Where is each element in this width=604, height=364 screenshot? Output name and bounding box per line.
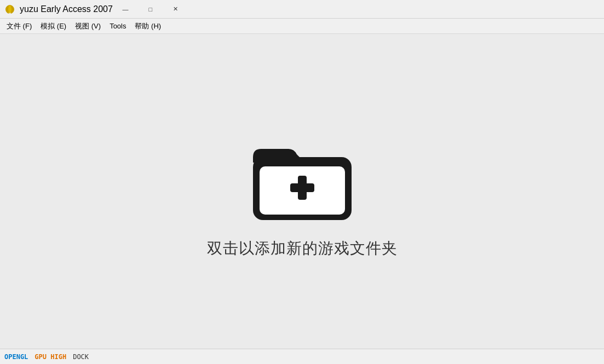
window-title: yuzu Early Access 2007	[20, 4, 113, 14]
menu-file[interactable]: 文件 (F)	[2, 20, 36, 33]
window-controls: — □ ✕	[113, 0, 188, 19]
menu-emulate[interactable]: 模拟 (E)	[36, 20, 71, 33]
svg-rect-3	[298, 176, 307, 200]
add-game-label: 双击以添加新的游戏文件夹	[207, 238, 398, 259]
menu-bar: 文件 (F) 模拟 (E) 视图 (V) Tools 帮助 (H)	[0, 19, 604, 34]
menu-tools[interactable]: Tools	[105, 20, 130, 32]
yuzu-icon	[4, 4, 15, 15]
menu-help[interactable]: 帮助 (H)	[130, 20, 165, 33]
status-gpu: GPU HIGH	[34, 353, 66, 361]
add-folder-icon	[248, 124, 357, 223]
menu-view[interactable]: 视图 (V)	[71, 20, 105, 33]
status-bar: OPENGL GPU HIGH DOCK	[0, 349, 604, 364]
status-opengl: OPENGL	[4, 353, 28, 361]
maximize-button[interactable]: □	[138, 0, 163, 19]
main-content[interactable]: 双击以添加新的游戏文件夹	[0, 34, 604, 349]
status-dock: DOCK	[73, 353, 89, 361]
close-button[interactable]: ✕	[163, 0, 188, 19]
title-bar: yuzu Early Access 2007 — □ ✕	[0, 0, 604, 19]
add-folder-icon-container	[248, 124, 357, 225]
minimize-button[interactable]: —	[113, 0, 138, 19]
